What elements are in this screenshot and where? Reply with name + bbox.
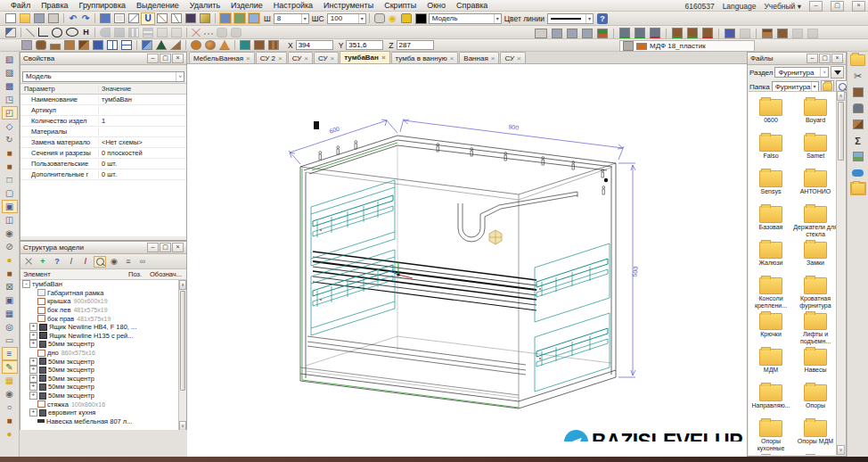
sum-icon[interactable]: Σ <box>850 134 866 147</box>
cone-icon[interactable] <box>156 40 167 50</box>
property-row[interactable]: Дополнительные г0 шт. <box>20 169 186 180</box>
property-row[interactable]: Количество издел1 <box>20 116 186 127</box>
help-edit-icon[interactable]: ? <box>51 256 63 268</box>
model-viewport[interactable]: 600 900 500 BAZISLEVELUP <box>187 63 747 458</box>
magnifier-icon[interactable]: ○ <box>2 400 18 414</box>
link2-icon[interactable] <box>231 28 242 37</box>
angle-icon[interactable] <box>38 28 48 37</box>
color-swatch[interactable] <box>415 13 427 24</box>
snap-points-icon[interactable] <box>100 13 111 23</box>
array-icon[interactable] <box>128 28 139 37</box>
tree-expander[interactable]: + <box>29 366 37 374</box>
tree-item[interactable]: стяжка100x860x16 <box>20 400 186 408</box>
minimize-button[interactable]: – <box>809 1 823 12</box>
folder-item[interactable]: 0600 <box>749 99 793 135</box>
close-icon[interactable]: × <box>304 54 308 62</box>
menu-grouping[interactable]: Группировка <box>74 1 131 10</box>
section-select[interactable]: Фурнитура˅ <box>774 67 829 78</box>
folder-item[interactable]: Жалюзи <box>749 242 793 277</box>
disable-render-icon[interactable]: ⊘ <box>2 240 18 253</box>
panel-minimize-button[interactable]: – <box>147 54 159 63</box>
folder-item[interactable]: Навесы <box>793 349 838 384</box>
grid-block-icon[interactable] <box>268 40 279 50</box>
menu-help[interactable]: Справка <box>451 1 493 10</box>
property-row[interactable]: Артикул <box>20 105 186 116</box>
split-view-icon[interactable]: ◫ <box>2 213 18 227</box>
folder-item[interactable]: Держатели для стекла <box>793 206 838 242</box>
doc-icon[interactable] <box>792 29 803 38</box>
view-back-icon[interactable]: ▨ <box>2 66 18 79</box>
menu-file[interactable]: Файл <box>5 1 36 10</box>
mode-menu[interactable]: Учебный ▾ <box>764 2 801 11</box>
panel-minimize-button[interactable]: – <box>807 54 818 63</box>
panel-minimize-button[interactable]: – <box>147 243 159 252</box>
panel-float-button[interactable]: ▢ <box>819 54 831 63</box>
menu-window[interactable]: Окно <box>422 1 451 10</box>
mirror-icon[interactable] <box>100 28 111 37</box>
wireframe-icon[interactable]: □ <box>2 173 18 186</box>
blob-icon[interactable]: ● <box>2 427 18 441</box>
folder-item[interactable]: Лифты и подъемн... <box>793 313 838 349</box>
find-in-model-icon[interactable] <box>94 256 106 268</box>
files-scrollbar[interactable]: ∧ ∨ <box>836 91 845 455</box>
panel-v-icon[interactable] <box>64 40 75 50</box>
property-row[interactable]: Замена материало<Нет схемы> <box>20 137 186 148</box>
copy-icon[interactable] <box>157 28 168 37</box>
select-group-icon[interactable] <box>234 13 245 23</box>
material-cube-icon[interactable]: ■ <box>2 267 18 280</box>
folder-item[interactable]: Кроватная фурнитура <box>793 277 838 313</box>
folder-item[interactable]: Крючки <box>749 313 793 349</box>
magnet-snap-icon[interactable]: U <box>141 12 155 25</box>
active-folder-icon[interactable] <box>850 182 866 195</box>
solid-box-icon[interactable] <box>21 40 32 50</box>
rotate-view-icon[interactable]: ◇ <box>2 120 18 133</box>
block-icon[interactable] <box>740 29 750 38</box>
eraser-icon[interactable] <box>374 13 385 23</box>
select-model-icon[interactable] <box>249 13 259 23</box>
scrollbar-thumb[interactable] <box>180 291 185 391</box>
close-icon[interactable]: × <box>517 54 521 62</box>
model-tree-icon[interactable]: ≡ <box>2 347 18 360</box>
ellipse-icon[interactable] <box>66 28 78 37</box>
tree-item[interactable]: +50мм эксцентр <box>20 375 186 384</box>
line-width-select[interactable]: 8▾ <box>274 13 309 24</box>
fastener-group-icon[interactable] <box>552 29 562 38</box>
sphere-icon[interactable] <box>205 40 216 50</box>
ramp-icon[interactable] <box>170 40 181 50</box>
clock-icon[interactable] <box>191 40 201 50</box>
tab-su[interactable]: СУ× <box>314 52 339 63</box>
cloud-icon[interactable] <box>850 166 866 179</box>
tab-mebelvannaya[interactable]: МебельВанная× <box>189 52 255 63</box>
save-icon[interactable] <box>34 13 45 23</box>
panel-float-button[interactable]: ▢ <box>160 54 171 63</box>
fastener-move-icon[interactable] <box>635 28 645 38</box>
menu-product[interactable]: Изделие <box>225 1 268 10</box>
red-line-tool-icon[interactable]: / <box>79 256 92 268</box>
fastener-sel-icon[interactable] <box>597 29 608 38</box>
tree-expander[interactable]: + <box>29 323 37 331</box>
property-row[interactable]: Пользовательские0 шт. <box>20 159 186 169</box>
menu-selection[interactable]: Выделение <box>131 1 184 10</box>
undo-icon[interactable]: ↶ <box>67 13 79 24</box>
folder-item[interactable]: Опоры <box>793 384 838 420</box>
folder-item[interactable]: Falso <box>749 135 793 170</box>
tree-item[interactable]: +50мм эксцентр <box>20 340 186 349</box>
new-file-icon[interactable] <box>5 13 16 23</box>
tree-item[interactable]: дно860x575x16 <box>20 349 186 358</box>
tree-expander[interactable]: + <box>29 408 37 417</box>
lock-icon[interactable] <box>401 13 412 23</box>
grid-icon[interactable] <box>114 13 125 23</box>
camera2-icon[interactable]: ◉ <box>2 387 18 400</box>
tree-expander[interactable]: + <box>29 358 37 366</box>
tree-item[interactable]: +50мм эксцентр <box>20 366 186 375</box>
panel-close-button[interactable]: × <box>172 54 184 63</box>
fastener-del-icon[interactable] <box>650 28 660 38</box>
link-icon[interactable] <box>217 28 227 37</box>
properties-object-select[interactable]: Модель˅ <box>22 71 184 82</box>
gallery-icon[interactable] <box>850 150 866 163</box>
property-row[interactable]: Материалы <box>20 127 186 137</box>
menu-delete[interactable]: Удалить <box>184 1 225 10</box>
tree-item[interactable]: -тумбаВан <box>20 280 186 289</box>
folder-item[interactable]: АНТОНИО <box>793 170 838 206</box>
tree-item[interactable]: +50мм эксцентр <box>20 383 186 392</box>
